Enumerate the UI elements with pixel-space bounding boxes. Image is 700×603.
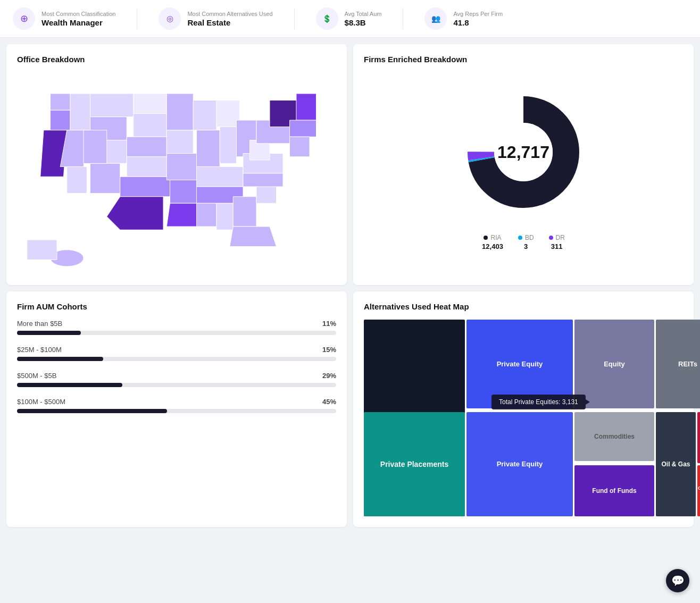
svg-marker-42 [27,240,57,260]
office-breakdown-title: Office Breakdown [17,55,336,64]
divider-3 [403,8,403,29]
svg-marker-23 [220,127,236,164]
alternatives-label: Most Common Alternatives Used [187,11,272,17]
cohort-pct-2: 29% [322,372,336,380]
svg-marker-11 [134,114,167,137]
svg-marker-31 [230,227,277,247]
svg-marker-10 [134,94,167,114]
aum-value: $8.3B [345,18,382,27]
hm-cell-reits[interactable]: REITs [656,320,700,408]
us-map-svg [17,72,336,274]
stat-aum: 💲 Avg Total Aum $8.3B [316,7,382,30]
cohort-row-2: $500M - $5B 29% [17,372,336,387]
stat-classification: ⊕ Most Common Classification Wealth Mana… [13,7,115,30]
svg-marker-29 [216,203,233,230]
svg-marker-5 [67,167,87,194]
cohort-bar-bg-3 [17,409,336,413]
svg-marker-39 [290,120,316,137]
svg-marker-9 [90,163,120,193]
cohort-row-0: More than $5B 11% [17,320,336,335]
svg-marker-38 [296,94,316,120]
hm-cell-private-equity-2[interactable]: Private Equity [466,412,573,516]
svg-marker-14 [120,177,170,197]
cohort-pct-3: 45% [322,398,336,406]
donut-center-value: 12,717 [497,143,549,162]
divider-1 [137,8,137,29]
cohort-bar-fill-3 [17,409,167,413]
cohort-bar-bg-2 [17,383,336,387]
hm-cell-venture[interactable]: Vent... [697,412,700,463]
aum-label: Avg Total Aum [345,11,382,17]
svg-marker-22 [197,130,220,167]
svg-marker-0 [51,94,71,110]
hm-cell-fund-of-funds[interactable]: Corporate Debt [697,465,700,516]
us-map [17,72,336,274]
hm-cell-equity[interactable]: Equity [574,320,654,408]
firm-aum-title: Firm AUM Cohorts [17,302,336,311]
legend-dr: DR 311 [549,234,565,250]
divider-2 [294,8,295,29]
stat-reps: 👥 Avg Reps Per Firm 41.8 [424,7,503,30]
donut-svg-wrap: 12,717 [454,83,593,221]
dr-dot [549,236,553,240]
svg-marker-18 [166,154,196,180]
cohort-row-1: $25M - $100M 15% [17,346,336,361]
svg-marker-20 [166,203,200,227]
svg-marker-28 [197,203,217,227]
donut-chart-container: 12,717 RIA 12,403 BD 3 [364,72,683,250]
heatmap-tooltip: Total Private Equities: 3,131 [491,395,586,409]
hm-cell-corporate-debt[interactable]: Fund of Funds [574,465,654,516]
cohort-label-2: $500M - $5B [17,372,56,380]
hm-cell-commodities[interactable]: Commodities [574,412,654,462]
stat-alternatives: ◎ Most Common Alternatives Used Real Est… [159,7,272,30]
hm-cell-private-placements-main[interactable]: Private Placements [364,412,465,516]
top-stats-bar: ⊕ Most Common Classification Wealth Mana… [0,0,700,38]
svg-marker-26 [197,167,244,187]
cohort-label-1: $25M - $100M [17,346,62,354]
svg-marker-43 [84,130,107,164]
alternatives-icon: ◎ [159,7,181,30]
svg-marker-17 [166,130,193,154]
cohort-list: More than $5B 11% $25M - $100M 15% $50 [17,320,336,413]
cohort-bar-bg-0 [17,331,336,335]
cohort-pct-0: 11% [322,320,336,328]
cohort-bar-fill-2 [17,383,122,387]
svg-marker-3 [70,94,90,130]
firms-enriched-card: Firms Enriched Breakdown 12,717 [353,44,694,285]
svg-marker-30 [233,197,256,227]
heatmap-title: Alternatives Used Heat Map [364,302,683,311]
svg-marker-15 [107,197,163,230]
cohort-bar-fill-0 [17,331,81,335]
heatmap-abs: Real Estate Private Equity Equity REITs … [364,320,683,516]
firm-aum-card: Firm AUM Cohorts More than $5B 11% $25M … [6,291,347,527]
donut-legend: RIA 12,403 BD 3 DR 311 [482,234,565,250]
firms-enriched-title: Firms Enriched Breakdown [364,55,683,64]
legend-bd: BD 3 [518,234,534,250]
reps-value: 41.8 [453,18,503,27]
cohort-bar-fill-1 [17,357,103,361]
cohort-pct-1: 15% [322,346,336,354]
hm-cell-oil-gas[interactable]: Oil & Gas [656,412,696,516]
ria-dot [484,236,488,240]
main-grid: Office Breakdown [0,38,700,533]
cohort-label-0: More than $5B [17,320,62,328]
svg-marker-40 [290,137,310,157]
alternatives-value: Real Estate [187,18,272,27]
svg-marker-6 [90,94,134,117]
aum-icon: 💲 [316,7,338,30]
legend-ria: RIA 12,403 [482,234,503,250]
reps-label: Avg Reps Per Firm [453,11,503,17]
office-breakdown-card: Office Breakdown [6,44,347,285]
bd-dot [518,236,522,240]
svg-marker-21 [193,100,216,130]
cohort-row-3: $100M - $500M 45% [17,398,336,413]
svg-marker-19 [170,180,200,204]
heatmap-card: Alternatives Used Heat Map Real Estate P… [353,291,694,527]
svg-marker-12 [127,137,166,157]
svg-marker-1 [51,110,71,130]
cohort-label-3: $100M - $500M [17,398,65,406]
classification-label: Most Common Classification [41,11,115,17]
classification-icon: ⊕ [13,7,35,30]
cohort-bar-bg-1 [17,357,336,361]
svg-marker-16 [166,94,193,130]
